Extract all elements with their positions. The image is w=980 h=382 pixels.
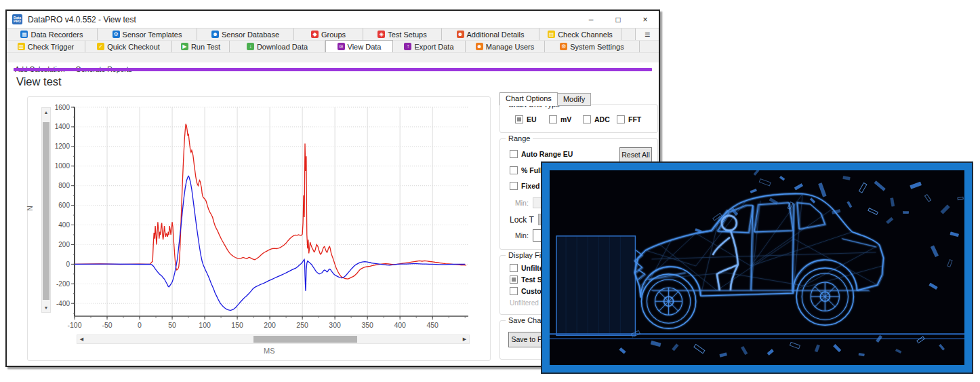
run-icon: ▶ bbox=[181, 43, 188, 50]
chart-vertical-scrollbar[interactable]: ▲ ▼ bbox=[41, 107, 51, 313]
front-wheel bbox=[641, 274, 695, 328]
auto-range-checkbox[interactable] bbox=[510, 150, 518, 158]
tab-sensor-templates[interactable]: ⚙ Sensor Templates bbox=[98, 28, 197, 40]
scroll-right-icon[interactable]: ▶ bbox=[460, 335, 469, 343]
tab-export-data[interactable]: ↑ Export Data bbox=[393, 41, 466, 52]
manage-users-icon: ☻ bbox=[476, 43, 483, 50]
crash-wireframe-svg bbox=[550, 170, 964, 365]
svg-text:1600: 1600 bbox=[55, 104, 70, 111]
user-icon: ☻ bbox=[211, 31, 219, 38]
tab-strip: ▦ Data Recorders ⚙ Sensor Templates ☻ Se… bbox=[7, 28, 659, 62]
test-setups-icon: ◈ bbox=[377, 31, 385, 38]
svg-text:300: 300 bbox=[329, 321, 341, 329]
svg-text:200: 200 bbox=[264, 321, 276, 329]
svg-text:600: 600 bbox=[58, 202, 70, 209]
magnifier-icon: ⊙ bbox=[338, 43, 345, 50]
svg-text:50: 50 bbox=[168, 321, 176, 329]
minimize-button[interactable]: – bbox=[577, 11, 605, 28]
chart-panel: ▲ ▼ N -400-20002004006008001000120014001… bbox=[27, 96, 491, 361]
svg-text:450: 450 bbox=[426, 321, 438, 329]
svg-text:100: 100 bbox=[199, 321, 211, 329]
debris-fragments bbox=[619, 170, 964, 357]
svg-text:400: 400 bbox=[58, 221, 70, 229]
scroll-down-icon[interactable]: ▼ bbox=[42, 303, 50, 312]
svg-text:-400: -400 bbox=[56, 300, 70, 307]
close-button[interactable]: × bbox=[632, 11, 659, 28]
svg-text:1000: 1000 bbox=[55, 162, 70, 170]
svg-text:350: 350 bbox=[361, 321, 373, 329]
eu-checkbox[interactable] bbox=[515, 115, 523, 123]
tab-additional-details[interactable]: ☻ Additional Details bbox=[442, 28, 539, 40]
svg-text:400: 400 bbox=[394, 321, 406, 329]
svg-text:-100: -100 bbox=[67, 321, 81, 329]
fixed-eu-checkbox[interactable] bbox=[510, 182, 518, 190]
scroll-left-icon[interactable]: ◀ bbox=[77, 335, 86, 343]
tab-test-setups[interactable]: ◈ Test Setups bbox=[363, 28, 442, 40]
pct-full-scale-checkbox[interactable] bbox=[510, 166, 518, 174]
svg-text:-200: -200 bbox=[56, 280, 70, 288]
tab-quick-checkout[interactable]: ✓ Quick Checkout bbox=[85, 41, 172, 52]
gear-icon: ⚙ bbox=[113, 31, 120, 38]
window-title: DataPRO v4.0.552 - View test bbox=[28, 15, 136, 24]
tab-view-data[interactable]: ⊙ View Data bbox=[325, 40, 393, 52]
page-title: View test bbox=[16, 75, 62, 88]
svg-text:250: 250 bbox=[296, 321, 308, 329]
svg-text:0: 0 bbox=[138, 321, 142, 329]
tab-check-channels[interactable]: ▤ Check Channels bbox=[539, 28, 621, 40]
tab-data-recorders[interactable]: ▦ Data Recorders bbox=[7, 28, 98, 40]
check-trigger-icon: ▥ bbox=[18, 43, 25, 50]
car-wireframe bbox=[634, 193, 884, 329]
reset-all-button[interactable]: Reset All bbox=[619, 147, 652, 162]
tab-modify[interactable]: Modify bbox=[558, 93, 591, 106]
svg-text:0: 0 bbox=[66, 261, 70, 268]
titlebar: DataPRO DataPRO v4.0.552 - View test – □… bbox=[7, 11, 659, 28]
tab-groups[interactable]: ◆ Groups bbox=[294, 28, 363, 40]
download-icon: ↓ bbox=[247, 43, 254, 50]
crash-barrier bbox=[556, 236, 635, 335]
checkmark-icon: ✓ bbox=[97, 43, 104, 50]
svg-text:150: 150 bbox=[231, 321, 243, 329]
adc-checkbox[interactable] bbox=[583, 115, 591, 123]
export-icon: ↑ bbox=[404, 43, 411, 50]
tab-check-trigger[interactable]: ▥ Check Trigger bbox=[7, 41, 85, 52]
svg-text:200: 200 bbox=[58, 241, 70, 248]
vertical-scroll-thumb[interactable] bbox=[43, 122, 49, 300]
rear-wheel bbox=[796, 268, 853, 325]
custom-checkbox[interactable] bbox=[510, 287, 518, 295]
tab-chart-options[interactable]: Chart Options bbox=[499, 92, 558, 106]
svg-text:1400: 1400 bbox=[55, 123, 70, 130]
tab-download-data[interactable]: ↓ Download Data bbox=[230, 41, 325, 52]
auto-range-row: Auto Range EU bbox=[510, 150, 573, 158]
tab-system-settings[interactable]: ⚙ System Settings bbox=[545, 41, 640, 52]
settings-gear-icon: ⚙ bbox=[560, 43, 567, 50]
app-icon: DataPRO bbox=[12, 14, 22, 24]
y-axis-label: N bbox=[26, 206, 34, 211]
tab-manage-users[interactable]: ☻ Manage Users bbox=[466, 41, 545, 52]
test-setup-checkbox[interactable] bbox=[510, 275, 518, 284]
tab-row-1: ▦ Data Recorders ⚙ Sensor Templates ☻ Se… bbox=[7, 28, 659, 41]
crash-dummy bbox=[713, 216, 738, 290]
user-details-icon: ☻ bbox=[457, 31, 464, 38]
svg-text:-50: -50 bbox=[102, 321, 112, 329]
tab-run-test[interactable]: ▶ Run Test bbox=[172, 41, 230, 52]
maximize-button[interactable]: □ bbox=[605, 11, 632, 28]
tab-sensor-database[interactable]: ☻ Sensor Database bbox=[197, 28, 294, 40]
mv-checkbox[interactable] bbox=[549, 115, 557, 123]
scroll-up-icon[interactable]: ▲ bbox=[42, 108, 50, 117]
groups-icon: ◆ bbox=[311, 31, 319, 38]
options-panel-tabs: Chart Options Modify bbox=[499, 92, 591, 106]
data-recorders-icon: ▦ bbox=[20, 31, 28, 38]
chart-horizontal-scrollbar[interactable]: ◀ ▶ bbox=[77, 335, 470, 344]
accent-divider bbox=[14, 68, 652, 71]
hamburger-menu-icon[interactable]: ≡ bbox=[635, 28, 659, 40]
svg-text:800: 800 bbox=[58, 182, 70, 189]
line-chart[interactable]: -400-20002004006008001000120014001600-10… bbox=[54, 102, 473, 334]
horizontal-scroll-thumb[interactable] bbox=[253, 336, 357, 343]
crash-test-image bbox=[542, 163, 972, 373]
svg-text:1200: 1200 bbox=[55, 142, 70, 150]
tab-row-2: ▥ Check Trigger ✓ Quick Checkout ▶ Run T… bbox=[7, 41, 659, 53]
chart-unit-type-group: Chart Unit Type EU mV ADC FFT bbox=[499, 104, 658, 133]
fft-checkbox[interactable] bbox=[617, 115, 625, 123]
unfiltered-checkbox[interactable] bbox=[510, 264, 518, 272]
x-axis-label: MS bbox=[264, 347, 275, 355]
